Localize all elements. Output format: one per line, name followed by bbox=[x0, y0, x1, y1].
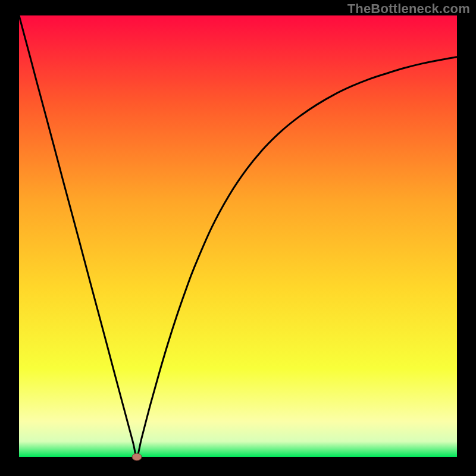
outer-frame: TheBottleneck.com bbox=[0, 0, 476, 476]
plot-background bbox=[19, 15, 457, 457]
optimal-point-marker bbox=[132, 453, 142, 461]
bottleneck-chart bbox=[0, 0, 476, 476]
